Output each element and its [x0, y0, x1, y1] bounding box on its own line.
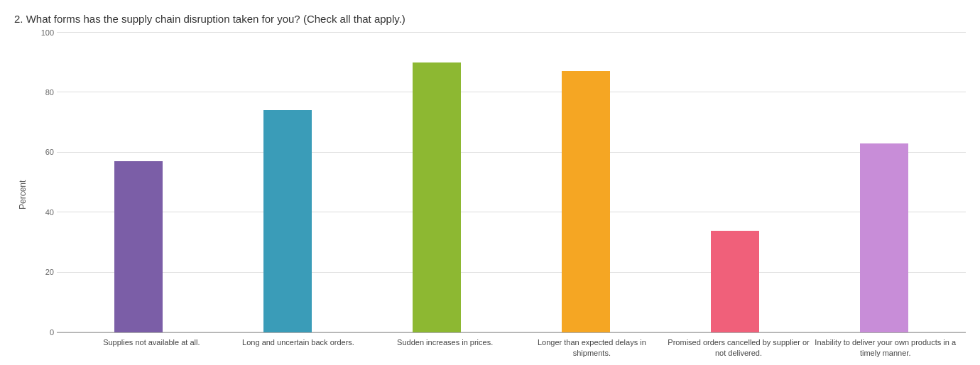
chart-container: 2. What forms has the supply chain disru… — [0, 0, 980, 365]
bar-group — [511, 32, 660, 332]
x-axis-labels: Supplies not available at all.Long and u… — [71, 333, 966, 358]
x-axis-label: Long and uncertain back orders. — [225, 337, 372, 358]
bar-group — [362, 32, 511, 332]
bar — [263, 110, 312, 332]
bar-group — [64, 32, 213, 332]
y-tick-label: 40 — [28, 208, 54, 217]
x-axis-label: Supplies not available at all. — [78, 337, 225, 358]
y-tick-label: 100 — [28, 28, 54, 37]
chart-area: Percent 100806040200 Supplies not availa… — [14, 32, 966, 358]
bar-group — [213, 32, 362, 332]
bar-group — [810, 32, 959, 332]
x-axis-label: Promised orders cancelled by supplier or… — [665, 337, 812, 358]
x-axis-label: Inability to deliver your own products i… — [812, 337, 959, 358]
x-axis-label: Sudden increases in prices. — [371, 337, 518, 358]
y-tick-label: 80 — [28, 88, 54, 97]
bar — [860, 143, 908, 332]
x-axis-label: Longer than expected delays in shipments… — [518, 337, 665, 358]
bars-container — [57, 32, 966, 332]
y-axis-label: Percent — [14, 32, 28, 358]
bar — [413, 62, 461, 333]
y-tick-label: 20 — [28, 268, 54, 276]
plot-area: 100806040200 — [28, 32, 966, 332]
chart-inner: 100806040200 Supplies not available at a… — [28, 32, 966, 358]
bar — [562, 71, 610, 332]
bar-group — [660, 32, 810, 332]
chart-title: 2. What forms has the supply chain disru… — [14, 13, 966, 25]
bar — [711, 231, 759, 333]
bar — [114, 161, 163, 332]
y-tick-label: 60 — [28, 148, 54, 156]
y-tick-label: 0 — [28, 328, 54, 337]
